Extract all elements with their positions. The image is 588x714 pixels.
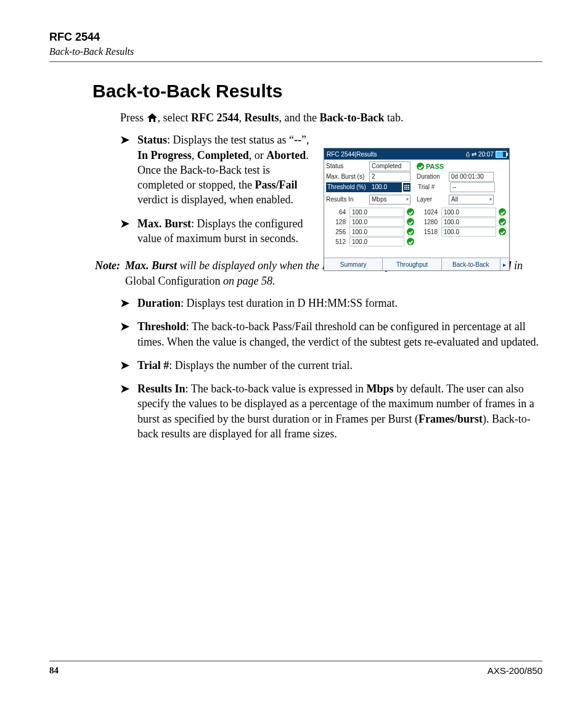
device-title: RFC 2544|Results [327,151,377,158]
t: Pass/Fail [255,179,297,191]
bullet-arrow-icon: ➤ [120,296,137,310]
note-label: Note: [71,258,125,288]
dd-layer-val: All [451,196,458,203]
t: , or [249,149,267,161]
intro-post: tab. [385,112,404,124]
result-value[interactable]: 100.0 [349,227,404,237]
bullet-arrow-icon: ➤ [120,381,137,441]
lbl-status: Status [326,163,369,169]
tab-summary[interactable]: Summary [324,258,383,270]
t: Aborted [266,149,306,161]
page-header-title: RFC 2544 [49,31,542,44]
lbl-trial: Trial # [417,182,450,192]
bullet-resultsin: ➤ Results In: The back-to-back value is … [120,381,542,441]
note-t4: on page 58. [220,275,275,287]
result-value[interactable]: 100.0 [349,237,404,246]
result-row: 1024100.0 [419,207,506,217]
printer-icon: ⎙ [466,151,470,158]
result-row: 64100.0 [327,207,414,217]
lbl-threshold[interactable]: Threshold (%) [326,182,369,192]
check-icon [417,163,424,170]
bullet-maxburst: ➤ Max. Burst: Displays the configured va… [120,216,317,246]
result-value[interactable]: 100.0 [349,208,404,217]
check-icon [499,218,506,225]
t: : The back-to-back value is expressed in [186,383,367,395]
term-maxburst: Max. Burst [137,217,191,230]
intro-mid: , select [158,112,191,124]
val-duration[interactable]: 0d 00:01:30 [449,172,494,182]
t: ”, [301,134,309,146]
bullet-arrow-icon: ➤ [120,132,137,207]
term-resultsin: Results In [137,383,186,395]
result-row: 1518100.0 [419,227,506,237]
lbl-maxburst: Max. Burst (s) [326,173,369,180]
frame-size: 1518 [419,229,441,235]
pass-text: PASS [426,163,444,170]
val-threshold[interactable]: 100.0 [369,182,402,192]
t: In Progress [137,149,192,161]
bullet-threshold: ➤ Threshold: The back-to-back Pass/Fail … [120,319,542,349]
bullet-status: ➤ Status: Displays the test status as “-… [120,132,317,207]
dd-resultsin-val: Mbps [372,196,386,203]
val-status[interactable]: Completed [369,161,410,171]
tab-scroll-right[interactable]: ▸ [500,258,509,270]
frame-size: 256 [327,229,349,235]
device-time: 20:07 [478,151,494,158]
home-icon [147,112,158,126]
check-icon [407,228,414,235]
note-t3: in [511,259,523,272]
note-roman: Global Configuration [125,275,220,287]
battery-icon [496,151,507,158]
intro-pre: Press [120,112,147,124]
bullet-arrow-icon: ➤ [120,216,137,246]
result-value[interactable]: 100.0 [441,217,496,227]
check-icon [499,208,506,216]
result-row: 256100.0 [327,227,414,237]
t: : Displays the test status as “ [167,134,294,146]
bullet-trial: ➤ Trial #: Displays the number of the cu… [120,358,542,373]
page-header-subtitle: Back-to-Back Results [49,46,542,57]
t: : The back-to-back Pass/Fail threshold c… [137,320,539,347]
results-grid: 64100.0128100.0256100.0512100.0 1024100.… [326,207,507,246]
t: , [192,149,197,161]
intro-results: Results [245,112,279,124]
t: : Displays the number of the current tri… [169,359,353,371]
frame-size: 128 [327,219,349,225]
footer-rule [49,660,542,662]
chevron-down-icon: ▾ [489,197,492,202]
check-icon [499,228,506,235]
term-threshold: Threshold [137,320,186,333]
result-row: 1280100.0 [419,217,506,227]
bullet-arrow-icon: ➤ [120,319,137,349]
lbl-layer: Layer [417,196,449,203]
val-trial[interactable]: -- [450,182,495,192]
device-tabs: Summary Throughput Back-to-Back ▸ [324,258,509,270]
note-b1: Max. Burst [125,259,177,272]
term-status: Status [137,134,167,146]
t: Completed [197,149,249,161]
term-trial: Trial # [137,359,169,371]
header-rule [49,61,542,62]
dd-layer[interactable]: All▾ [449,195,494,205]
intro-tab: Back-to-Back [320,112,385,124]
result-row: 128100.0 [327,217,414,227]
frame-size: 512 [327,238,349,245]
result-value[interactable]: 100.0 [441,227,496,237]
frame-size: 1280 [419,219,441,225]
result-value[interactable]: 100.0 [349,217,404,227]
intro-sep1: , [239,112,245,124]
device-titlebar: RFC 2544|Results ⎙ ⇄ 20:07 [324,148,509,160]
intro-line: Press , select RFC 2544, Results, and th… [120,110,542,126]
val-maxburst[interactable]: 2 [369,172,410,182]
chevron-down-icon: ▾ [406,197,409,202]
result-value[interactable]: 100.0 [441,208,496,217]
check-icon [407,218,414,225]
tab-back-to-back[interactable]: Back-to-Back [442,258,500,270]
dd-resultsin[interactable]: Mbps▾ [369,195,410,205]
result-row: 512100.0 [327,237,414,246]
tab-throughput[interactable]: Throughput [383,258,441,270]
lbl-resultsin: Results In [326,196,369,203]
frame-size: 64 [327,209,349,216]
pass-badge: PASS [414,163,444,170]
keypad-icon[interactable] [403,183,410,192]
